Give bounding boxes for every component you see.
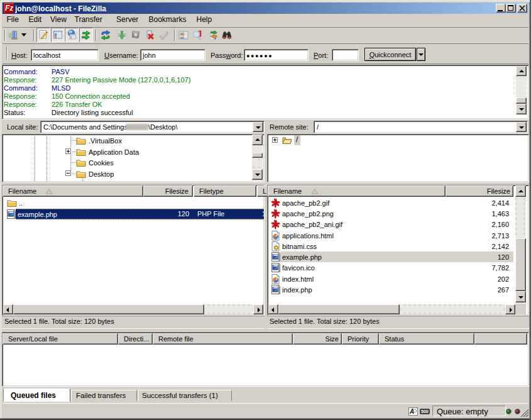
svg-text:Fz: Fz [5,4,13,13]
